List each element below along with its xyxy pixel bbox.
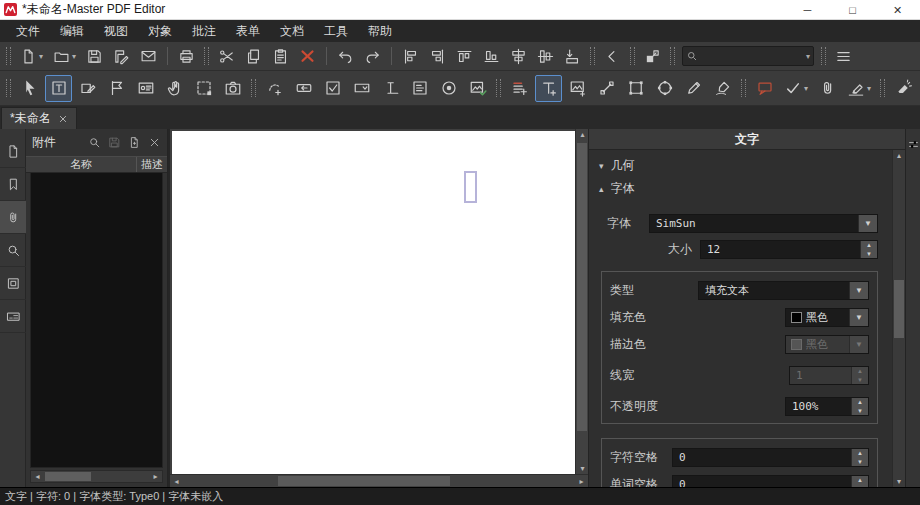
char-spacing-spinner[interactable]: ▲▼ [672, 448, 869, 467]
hand-tool-button[interactable] [161, 75, 188, 102]
properties-vertical-scrollbar[interactable]: ▴ ▾ [892, 150, 905, 487]
pencil-tool-button[interactable] [680, 75, 707, 102]
section-geometry[interactable]: ▾ 几何 [589, 154, 892, 177]
dropdown-arrow-icon[interactable]: ▾ [39, 52, 43, 61]
checkbox-field-button[interactable] [319, 75, 346, 102]
properties-toggle-icon[interactable] [907, 138, 920, 151]
sidebar-bookmarks-panel[interactable] [0, 168, 26, 201]
opacity-input[interactable] [786, 398, 851, 415]
attach-file-tool-button[interactable] [814, 75, 841, 102]
link-tool-button[interactable] [261, 75, 288, 102]
search-attachments-button[interactable] [88, 136, 101, 149]
scroll-up-button[interactable]: ▴ [576, 129, 589, 140]
text-cursor-placeholder[interactable] [464, 171, 477, 203]
quick-search-input[interactable] [698, 50, 806, 62]
scroll-up-button[interactable]: ▴ [893, 150, 905, 161]
previous-view-button[interactable] [600, 44, 625, 68]
dropdown-arrow-icon[interactable]: ▼ [849, 309, 868, 326]
column-header-name[interactable]: 名称 [26, 157, 137, 172]
char-spacing-input[interactable] [673, 449, 851, 466]
text-field-button[interactable] [377, 75, 404, 102]
font-size-spinner[interactable]: ▲▼ [700, 240, 878, 259]
center-horizontal-button[interactable] [506, 44, 531, 68]
scrollbar-thumb[interactable] [278, 476, 450, 486]
search-dropdown-arrow-icon[interactable]: ▾ [806, 52, 810, 61]
edit-object-tool-button[interactable] [74, 75, 101, 102]
open-document-button[interactable]: ▾ [49, 44, 80, 68]
scrollbar-thumb[interactable] [577, 143, 587, 431]
snapshot-tool-button[interactable] [219, 75, 246, 102]
scroll-left-button[interactable]: ◂ [31, 471, 44, 482]
dropdown-arrow-icon[interactable]: ▼ [849, 282, 868, 299]
sidebar-search-panel[interactable] [0, 234, 26, 267]
add-image-tool-button[interactable] [564, 75, 591, 102]
dropdown-arrow-icon[interactable]: ▾ [804, 84, 808, 93]
send-to-back-button[interactable] [560, 44, 585, 68]
combo-box-field-button[interactable] [348, 75, 375, 102]
document-tab[interactable]: *未命名 [1, 107, 77, 129]
column-header-description[interactable]: 描述 [137, 157, 167, 172]
dropdown-arrow-icon[interactable]: ▾ [867, 84, 871, 93]
save-as-button[interactable] [109, 44, 134, 68]
scroll-down-button[interactable]: ▾ [576, 463, 589, 474]
object-properties-tool-button[interactable] [132, 75, 159, 102]
undo-button[interactable] [333, 44, 358, 68]
edit-text-tool-button[interactable] [45, 75, 72, 102]
signature-tool-button[interactable] [709, 75, 736, 102]
scroll-left-button[interactable]: ◂ [170, 476, 183, 487]
menu-view[interactable]: 视图 [94, 20, 138, 42]
attachments-horizontal-scrollbar[interactable]: ◂ ▸ [30, 470, 163, 483]
rectangle-tool-button[interactable] [622, 75, 649, 102]
sidebar-attachments-panel[interactable] [0, 201, 26, 234]
scroll-down-button[interactable]: ▾ [893, 476, 905, 487]
menu-document[interactable]: 文档 [270, 20, 314, 42]
canvas-vertical-scrollbar[interactable]: ▴ ▾ [575, 129, 588, 474]
type-select[interactable]: 填充文本 ▼ [698, 281, 869, 300]
send-email-button[interactable] [136, 44, 161, 68]
save-button[interactable] [82, 44, 107, 68]
print-button[interactable] [174, 44, 199, 68]
align-top-button[interactable] [452, 44, 477, 68]
sidebar-pages-panel[interactable] [0, 135, 26, 168]
line-tool-button[interactable] [593, 75, 620, 102]
maximize-button[interactable]: □ [830, 0, 875, 20]
center-vertical-button[interactable] [533, 44, 558, 68]
delete-attachment-button[interactable] [148, 136, 161, 149]
toolbar-menu-button[interactable] [831, 44, 856, 68]
clear-formatting-tool-button[interactable] [890, 75, 917, 102]
add-paragraph-tool-button[interactable] [506, 75, 533, 102]
stamp-tool-button[interactable]: ▾ [780, 75, 812, 102]
menu-object[interactable]: 对象 [138, 20, 182, 42]
select-tool-button[interactable] [16, 75, 43, 102]
pdf-page[interactable] [172, 131, 575, 474]
spinner-buttons[interactable]: ▲▼ [851, 398, 868, 415]
menu-edit[interactable]: 编辑 [50, 20, 94, 42]
image-button-field-button[interactable] [464, 75, 491, 102]
word-spacing-spinner[interactable]: ▲▼ [672, 475, 869, 487]
radio-button-field-button[interactable] [435, 75, 462, 102]
cut-button[interactable] [214, 44, 239, 68]
ellipse-tool-button[interactable] [651, 75, 678, 102]
menu-file[interactable]: 文件 [6, 20, 50, 42]
menu-help[interactable]: 帮助 [358, 20, 402, 42]
tab-close-icon[interactable] [58, 110, 68, 128]
scroll-right-button[interactable]: ▸ [149, 471, 162, 482]
scroll-right-button[interactable]: ▸ [575, 476, 588, 487]
font-select[interactable]: SimSun ▼ [649, 214, 878, 233]
sidebar-form-fields-panel[interactable] [0, 300, 26, 333]
paste-button[interactable] [268, 44, 293, 68]
new-document-button[interactable]: ▾ [16, 44, 47, 68]
menu-tools[interactable]: 工具 [314, 20, 358, 42]
spinner-buttons[interactable]: ▲▼ [860, 241, 877, 258]
opacity-spinner[interactable]: ▲▼ [785, 397, 869, 416]
section-font[interactable]: ▴ 字体 [589, 177, 892, 200]
select-region-tool-button[interactable] [190, 75, 217, 102]
push-button-field-button[interactable] [290, 75, 317, 102]
dropdown-arrow-icon[interactable]: ▾ [72, 52, 76, 61]
canvas-horizontal-scrollbar[interactable]: ◂ ▸ [170, 474, 588, 487]
add-text-tool-button[interactable] [535, 75, 562, 102]
add-attachment-button[interactable] [128, 136, 141, 149]
fit-visible-button[interactable] [640, 44, 665, 68]
align-bottom-button[interactable] [479, 44, 504, 68]
font-size-input[interactable] [701, 241, 860, 258]
